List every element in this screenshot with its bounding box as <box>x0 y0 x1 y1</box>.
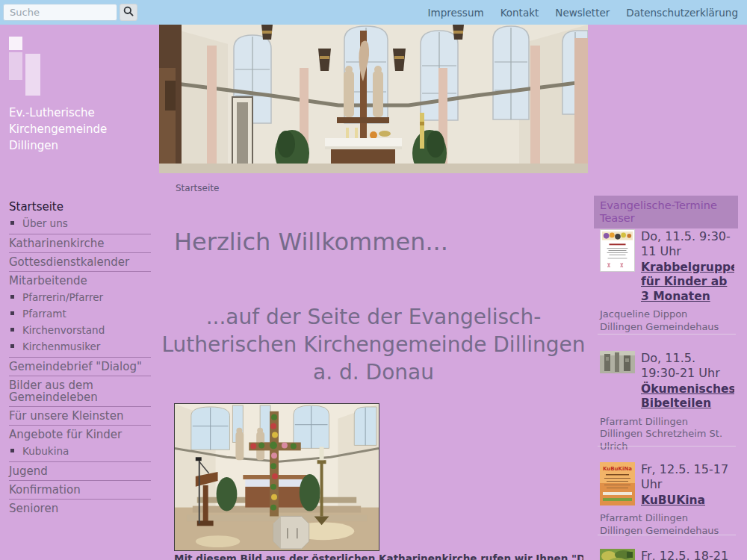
event-organizer: Pfarramt Dillingen <box>600 512 734 525</box>
nav-divider <box>9 461 151 462</box>
event-thumbnail-krabbelgruppe[interactable] <box>600 229 635 272</box>
event-date: Do, 11.5. 19:30-21 Uhr <box>641 351 734 381</box>
nav-divider <box>9 271 151 272</box>
svg-text:KuBuKiNa: KuBuKiNa <box>603 466 632 472</box>
event-thumbnail-bibelteilen[interactable] <box>600 351 635 373</box>
event-thumbnail-kubukina[interactable]: KuBuKiNa <box>600 462 635 505</box>
event-item: Do, 11.5. 19:30-21 Uhr Ökumenisches Bibe… <box>600 351 734 453</box>
event-item: KuBuKiNa Fr, 12.5. 15-17 Uhr KuBUKina Pf… <box>600 462 734 538</box>
event-location: Dillingen Schretzheim St. Ulrich <box>600 428 734 452</box>
event-date: Fr, 12.5. 15-17 Uhr <box>641 462 734 492</box>
event-date: Do, 11.5. 9:30-11 Uhr <box>641 229 734 259</box>
event-link-krabbelgruppe[interactable]: Krabbelgruppe für Kinder ab 3 Monaten <box>641 261 734 304</box>
sidebar-nav: Startseite Über uns Katharinenkirche Got… <box>9 198 151 517</box>
sidebar-item-startseite[interactable]: Startseite <box>9 201 151 213</box>
nav-divider <box>9 357 151 358</box>
logo-bar-right <box>25 54 40 96</box>
sidebar-item-konfirmation[interactable]: Konfirmation <box>9 484 151 496</box>
event-location: Dillingen Gemeindehaus <box>600 321 734 334</box>
sidebar-item-kubukina[interactable]: Kubukina <box>9 445 151 457</box>
sidebar-item-bilder-gemeindeleben[interactable]: Bilder aus dem Gemeindeleben <box>9 379 151 403</box>
nav-divider <box>9 406 151 407</box>
link-datenschutz[interactable]: Datenschutzerklärung <box>626 7 738 19</box>
nav-divider <box>9 252 151 253</box>
sidebar-item-jugend[interactable]: Jugend <box>9 465 151 477</box>
event-thumbnail[interactable] <box>600 549 635 560</box>
event-location: Dillingen Gemeindehaus <box>600 525 734 538</box>
search-icon <box>123 5 134 19</box>
panel-divider <box>598 446 736 447</box>
event-link-kubukina[interactable]: KuBUKina <box>641 494 705 508</box>
sidebar-item-pfarramt[interactable]: Pfarramt <box>9 308 151 320</box>
link-impressum[interactable]: Impressum <box>428 7 484 19</box>
sidebar-item-gemeindebrief-dialog[interactable]: Gemeindebrief "Dialog" <box>9 361 151 373</box>
event-organizer: Pfarramt Dillingen <box>600 416 734 429</box>
event-item: Fr, 12.5. 18-21 Uhr <box>600 549 734 560</box>
event-meta: Pfarramt Dillingen Dillingen Schretzheim… <box>600 416 734 453</box>
top-bar: Impressum Kontakt Newsletter Datenschutz… <box>0 0 747 25</box>
sidebar-item-katharinenkirche[interactable]: Katharinenkirche <box>9 237 151 249</box>
breadcrumb[interactable]: Startseite <box>176 183 219 193</box>
site-title: Ev.-Lutherische Kirchengemeinde Dillinge… <box>9 105 115 154</box>
topbar-links: Impressum Kontakt Newsletter Datenschutz… <box>428 0 738 25</box>
event-item: Do, 11.5. 9:30-11 Uhr Krabbelgruppe für … <box>600 229 734 333</box>
panel-divider <box>598 334 736 335</box>
sidebar-item-kirchenvorstand[interactable]: Kirchenvorstand <box>9 324 151 336</box>
page-subtitle: ...auf der Seite der Evangelisch-Lutheri… <box>159 304 588 387</box>
event-meta: Pfarramt Dillingen Dillingen Gemeindehau… <box>600 512 734 537</box>
events-panel-title: Evangelische-Termine Teaser <box>594 196 738 228</box>
hero-church-image <box>159 25 588 173</box>
photo-caption: Mit diesem Bild aus der österlichen Kath… <box>174 552 583 560</box>
nav-divider <box>9 499 151 500</box>
nav-divider <box>9 480 151 481</box>
search-input[interactable] <box>3 4 117 21</box>
nav-divider <box>9 425 151 426</box>
sidebar-item-kirchenmusiker[interactable]: Kirchenmusiker <box>9 340 151 352</box>
main-content: Startseite Herzlich Willkommen... ...auf… <box>159 25 588 560</box>
event-link-bibelteilen[interactable]: Ökumenisches Bibelteilen <box>641 382 734 411</box>
logo-bar-left <box>9 52 22 80</box>
events-panel: Evangelische-Termine Teaser Do, 11.5. 9:… <box>594 25 738 560</box>
sidebar-item-pfarrerin-pfarrer[interactable]: Pfarrerin/Pfarrer <box>9 291 151 303</box>
sidebar-item-ueber-uns[interactable]: Über uns <box>9 217 151 229</box>
sidebar-item-senioren[interactable]: Senioren <box>9 503 151 514</box>
left-sidebar: Ev.-Lutherische Kirchengemeinde Dillinge… <box>0 25 159 560</box>
nav-divider <box>9 234 151 234</box>
nav-divider <box>9 376 151 376</box>
event-meta: Jacqueline Dippon Dillingen Gemeindehaus <box>600 308 734 333</box>
link-kontakt[interactable]: Kontakt <box>500 7 539 19</box>
page-title: Herzlich Willkommen... <box>174 228 448 256</box>
event-date: Fr, 12.5. 18-21 Uhr <box>641 549 734 560</box>
church-easter-photo <box>174 403 379 551</box>
panel-divider <box>598 535 736 535</box>
search-button[interactable] <box>120 4 137 21</box>
sidebar-item-mitarbeitende[interactable]: Mitarbeitende <box>9 275 151 287</box>
event-organizer: Jacqueline Dippon <box>600 308 734 321</box>
link-newsletter[interactable]: Newsletter <box>555 7 610 19</box>
sidebar-item-fuer-unsere-kleinsten[interactable]: Für unsere Kleinsten <box>9 410 151 422</box>
logo-square <box>9 37 22 50</box>
sidebar-item-gottesdienstkalender[interactable]: Gottesdienstkalender <box>9 256 151 268</box>
sidebar-item-angebote-fuer-kinder[interactable]: Angebote für Kinder <box>9 429 151 441</box>
